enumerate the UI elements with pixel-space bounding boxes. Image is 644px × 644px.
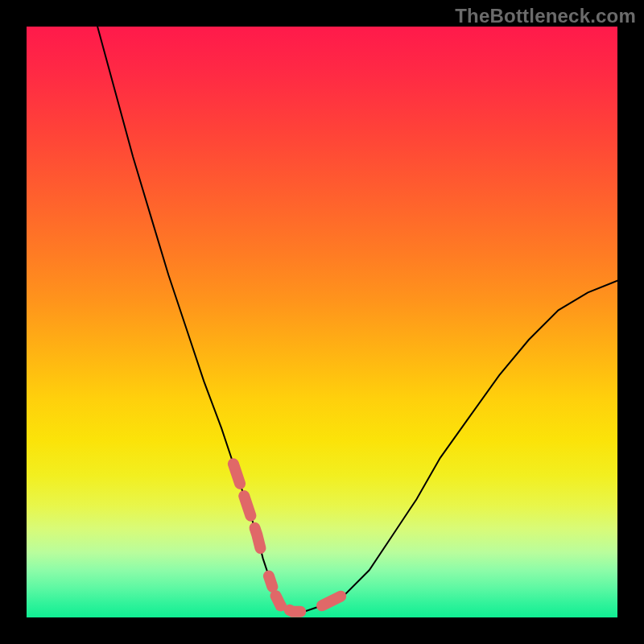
highlight-left-upper [233,464,263,558]
chart-canvas: TheBottleneck.com [0,0,644,644]
highlight-trough [269,576,304,612]
curve-svg [27,27,617,617]
highlight-right-upper [322,594,345,606]
watermark-text: TheBottleneck.com [455,5,636,27]
bottleneck-curve [97,27,617,612]
plot-area [27,27,617,617]
